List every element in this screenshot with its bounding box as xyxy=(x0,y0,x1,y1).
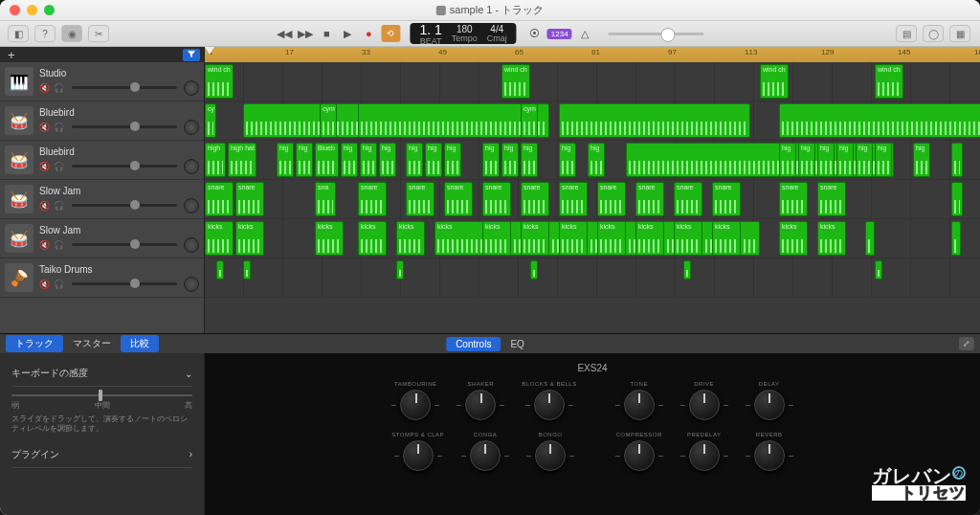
mute-icon[interactable]: 🔇 xyxy=(39,201,51,211)
midi-region[interactable]: snare xyxy=(205,182,234,216)
media-browser-button[interactable]: ▦ xyxy=(949,25,970,42)
midi-region[interactable]: hig xyxy=(406,143,423,177)
control-knob[interactable] xyxy=(534,390,565,420)
track-volume-slider[interactable] xyxy=(72,282,177,285)
control-knob[interactable] xyxy=(400,390,431,420)
midi-region[interactable]: snare xyxy=(482,182,511,216)
midi-region[interactable]: hig xyxy=(856,143,873,177)
midi-region[interactable]: hig xyxy=(501,143,519,177)
midi-region[interactable]: kicks xyxy=(315,221,344,256)
track-header[interactable]: 🥁 Slow Jam 🔇 🎧 xyxy=(0,219,204,258)
mute-icon[interactable]: 🔇 xyxy=(39,123,51,132)
control-knob[interactable] xyxy=(403,440,434,471)
headphone-icon[interactable]: 🎧 xyxy=(54,201,65,211)
midi-region[interactable]: hig xyxy=(779,143,796,177)
track-header[interactable]: 🎹 Studio 🔇 🎧 xyxy=(0,62,204,101)
lcd-display[interactable]: 1. 1 BEAT 180Tempo 4/4Cmaj xyxy=(410,23,516,44)
midi-region[interactable]: kicks xyxy=(597,221,626,256)
metronome-icon[interactable]: △ xyxy=(576,25,593,42)
control-knob[interactable] xyxy=(470,440,501,471)
midi-region[interactable]: hig xyxy=(836,143,854,177)
midi-region[interactable]: snare xyxy=(817,182,846,216)
midi-region[interactable]: snare xyxy=(235,182,264,216)
control-knob[interactable] xyxy=(535,440,566,471)
play-button[interactable]: ▶ xyxy=(339,25,356,42)
midi-region[interactable]: hig xyxy=(341,143,358,177)
midi-region[interactable]: high hat xyxy=(228,143,256,177)
midi-region[interactable] xyxy=(396,260,404,280)
midi-region[interactable]: snare xyxy=(779,182,808,216)
control-knob[interactable] xyxy=(689,440,720,471)
notepad-button[interactable]: ▤ xyxy=(896,25,917,42)
midi-region[interactable]: snare xyxy=(406,182,434,216)
record-button[interactable]: ● xyxy=(360,25,377,42)
midi-region[interactable]: high xyxy=(205,143,226,177)
midi-region[interactable]: kicks xyxy=(712,221,741,256)
midi-region[interactable] xyxy=(530,260,538,280)
midi-region[interactable]: hig xyxy=(277,143,294,177)
midi-region[interactable]: hig xyxy=(521,143,538,177)
tab-controls[interactable]: Controls xyxy=(446,337,501,351)
midi-region[interactable]: snare xyxy=(712,182,741,216)
midi-region[interactable] xyxy=(951,182,963,216)
midi-region[interactable]: kicks xyxy=(521,221,549,256)
midi-region[interactable]: kicks xyxy=(674,221,702,256)
control-knob[interactable] xyxy=(624,440,655,471)
midi-region[interactable]: hig xyxy=(588,143,605,177)
tab-master[interactable]: マスター xyxy=(63,335,121,352)
library-button[interactable]: ◧ xyxy=(8,25,29,42)
midi-region[interactable]: snare xyxy=(635,182,664,216)
mute-icon[interactable]: 🔇 xyxy=(39,162,51,171)
chevron-down-icon[interactable]: ⌄ xyxy=(185,369,192,379)
midi-region[interactable]: hig xyxy=(913,143,930,177)
track-volume-slider[interactable] xyxy=(72,204,177,207)
midi-region[interactable]: snare xyxy=(597,182,626,216)
midi-region[interactable]: hig xyxy=(444,143,461,177)
midi-region[interactable]: cym xyxy=(320,103,337,138)
midi-region[interactable]: kicks xyxy=(358,221,387,256)
track-lane[interactable]: snaresnaresnasnaresnaresnaresnaresnaresn… xyxy=(205,180,980,219)
track-filter-button[interactable] xyxy=(183,49,200,61)
midi-region[interactable] xyxy=(951,221,961,256)
track-volume-slider[interactable] xyxy=(72,86,177,89)
track-header[interactable]: 🥁 Slow Jam 🔇 🎧 xyxy=(0,180,204,219)
tab-compare[interactable]: 比較 xyxy=(121,335,159,352)
control-knob[interactable] xyxy=(754,390,785,420)
track-lane[interactable]: cycymcym xyxy=(205,101,980,141)
midi-region[interactable] xyxy=(559,103,750,138)
midi-region[interactable]: hig xyxy=(379,143,396,177)
track-pan-knob[interactable] xyxy=(184,277,199,292)
track-volume-slider[interactable] xyxy=(72,165,177,168)
midi-region[interactable]: wind ch xyxy=(501,64,530,99)
midi-region[interactable]: kicks xyxy=(779,221,808,256)
midi-region[interactable]: hig xyxy=(360,143,377,177)
midi-region[interactable]: wind ch xyxy=(760,64,789,99)
chevron-right-icon[interactable]: › xyxy=(189,449,192,459)
midi-region[interactable]: snare xyxy=(444,182,473,216)
midi-region[interactable]: hig xyxy=(425,143,442,177)
headphone-icon[interactable]: 🎧 xyxy=(54,83,65,93)
control-knob[interactable] xyxy=(689,390,720,420)
midi-region[interactable]: snare xyxy=(521,182,549,216)
midi-region[interactable]: hig xyxy=(798,143,815,177)
midi-region[interactable]: wind ch xyxy=(205,64,234,99)
track-lane[interactable] xyxy=(205,258,980,298)
count-in-badge[interactable]: 1234 xyxy=(547,29,572,39)
mute-icon[interactable]: 🔇 xyxy=(39,280,51,289)
minimize-window-button[interactable] xyxy=(27,5,37,15)
loop-browser-button[interactable]: ◯ xyxy=(923,25,944,42)
track-lane[interactable]: wind chwind chwind chwind chwind ch xyxy=(205,62,980,101)
midi-region[interactable]: snare xyxy=(559,182,588,216)
headphone-icon[interactable]: 🎧 xyxy=(54,123,65,132)
midi-region[interactable]: wind ch xyxy=(875,64,903,99)
midi-region[interactable] xyxy=(875,260,882,280)
midi-region[interactable]: kicks xyxy=(205,221,234,256)
midi-region[interactable] xyxy=(626,143,894,177)
midi-region[interactable]: snare xyxy=(358,182,387,216)
headphone-icon[interactable]: 🎧 xyxy=(54,240,65,250)
tab-track[interactable]: トラック xyxy=(6,335,63,352)
midi-region[interactable]: hig xyxy=(296,143,313,177)
midi-region[interactable]: Blueb xyxy=(315,143,339,177)
mute-icon[interactable]: 🔇 xyxy=(39,240,51,250)
mute-icon[interactable]: 🔇 xyxy=(39,83,51,93)
